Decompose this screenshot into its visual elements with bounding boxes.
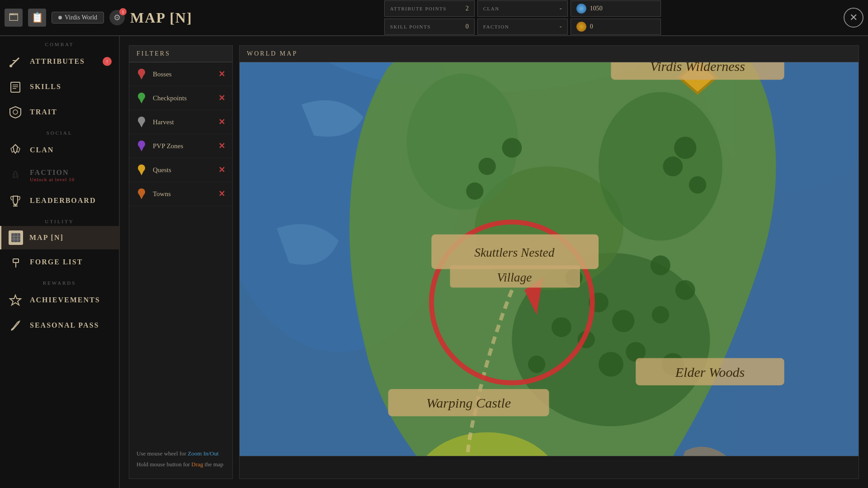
ghost-icon bbox=[7, 167, 24, 183]
svg-point-52 bbox=[552, 317, 571, 337]
filters-panel: FILTERS Bosses ✕ Chec bbox=[129, 45, 233, 479]
sidebar-item-skills[interactable]: SKILLS bbox=[0, 74, 119, 99]
instruction-drag: Hold mouse button for Drag the map bbox=[137, 459, 225, 469]
map-label: MAP [N] bbox=[29, 234, 64, 242]
filter-quests[interactable]: Quests ✕ bbox=[129, 158, 232, 182]
close-button[interactable]: ✕ bbox=[844, 8, 863, 28]
svg-point-55 bbox=[675, 280, 695, 300]
sidebar-item-leaderboard[interactable]: LEADERBOARD bbox=[0, 188, 119, 213]
pvp-remove[interactable]: ✕ bbox=[218, 141, 225, 151]
skill-points-value: 0 bbox=[466, 23, 469, 30]
rewards-section-label: REWARDS bbox=[0, 275, 119, 287]
quests-remove[interactable]: ✕ bbox=[218, 165, 225, 175]
filters-title: FILTERS bbox=[129, 46, 232, 62]
svg-point-60 bbox=[466, 183, 483, 200]
bosses-remove[interactable]: ✕ bbox=[218, 69, 225, 79]
sidebar-item-clan[interactable]: CLAN bbox=[0, 137, 119, 163]
document-icon[interactable]: 📋 bbox=[28, 9, 46, 27]
filter-bosses[interactable]: Bosses ✕ bbox=[129, 62, 232, 86]
svg-marker-33 bbox=[139, 171, 144, 175]
svg-point-50 bbox=[599, 352, 623, 377]
drag-highlight: Drag bbox=[191, 461, 203, 468]
map-sidebar-icon bbox=[9, 230, 23, 245]
checkpoints-pin bbox=[137, 92, 146, 104]
svg-point-30 bbox=[138, 141, 145, 148]
right-stats: 1050 0 bbox=[571, 0, 661, 35]
svg-point-8 bbox=[13, 174, 15, 175]
currency2-icon bbox=[576, 22, 586, 32]
harvest-remove[interactable]: ✕ bbox=[218, 117, 225, 127]
sidebar-item-map[interactable]: MAP [N] bbox=[0, 226, 119, 249]
filter-harvest[interactable]: Harvest ✕ bbox=[129, 110, 232, 134]
map-title: WORLD MAP bbox=[240, 46, 859, 62]
pvp-pin bbox=[137, 140, 146, 152]
harvest-label: Harvest bbox=[153, 118, 212, 126]
window-icon[interactable]: 🗔 bbox=[5, 9, 23, 27]
page-title: MAP [N] bbox=[130, 9, 193, 26]
clan-icon bbox=[7, 142, 24, 158]
svg-point-2 bbox=[9, 65, 12, 67]
map-panel: WORLD MAP bbox=[239, 45, 859, 479]
checkpoints-label: Checkpoints bbox=[153, 94, 212, 102]
quests-label: Quests bbox=[153, 166, 212, 174]
pvp-label: PVP Zones bbox=[153, 142, 212, 150]
svg-point-44 bbox=[599, 92, 722, 241]
top-bar: 🗔 📋 Virdis World ⚙ 1 MAP [N] ATTRIBUTE P… bbox=[0, 0, 868, 36]
svg-point-63 bbox=[674, 136, 696, 159]
svg-text:Elder Woods: Elder Woods bbox=[675, 365, 745, 380]
sidebar-item-achievements[interactable]: ACHIEVEMENTS bbox=[0, 287, 119, 313]
svg-marker-29 bbox=[139, 123, 144, 127]
hammer-icon bbox=[7, 254, 24, 270]
gear-button[interactable]: ⚙ 1 bbox=[109, 10, 125, 25]
top-bar-left: 🗔 📋 Virdis World ⚙ 1 MAP [N] bbox=[5, 9, 202, 27]
sidebar-item-faction[interactable]: FACTION Unlock at level 10 bbox=[0, 163, 119, 188]
svg-point-51 bbox=[652, 306, 669, 324]
filter-checkpoints[interactable]: Checkpoints ✕ bbox=[129, 86, 232, 110]
checkpoints-remove[interactable]: ✕ bbox=[218, 93, 225, 103]
filter-towns[interactable]: Towns ✕ bbox=[129, 182, 232, 206]
sidebar-item-seasonal[interactable]: SEASONAL PASS bbox=[0, 313, 119, 338]
sidebar-item-attributes[interactable]: ATTRIBUTES ! bbox=[0, 49, 119, 74]
svg-marker-25 bbox=[139, 75, 144, 80]
main-layout: COMBAT ATTRIBUTES ! SKIL bbox=[0, 36, 868, 488]
svg-point-54 bbox=[528, 356, 545, 373]
svg-point-32 bbox=[138, 164, 145, 172]
sidebar-item-trait[interactable]: TRAIT bbox=[0, 99, 119, 125]
book-icon bbox=[7, 79, 24, 95]
instruction-zoom: Use mouse wheel for Zoom In/Out bbox=[137, 448, 225, 459]
gear-badge: 1 bbox=[119, 8, 127, 15]
blade-icon bbox=[7, 317, 24, 333]
skills-label: SKILLS bbox=[30, 83, 61, 91]
top-stats-area: ATTRIBUTE POINTS 2 SKILL POINTS 0 CLAN -… bbox=[206, 0, 839, 35]
svg-marker-27 bbox=[139, 99, 144, 103]
shield-icon bbox=[7, 104, 24, 120]
currency1-row: 1050 bbox=[571, 0, 661, 17]
attributes-label: ATTRIBUTES bbox=[30, 57, 85, 66]
svg-line-0 bbox=[11, 58, 19, 66]
svg-point-58 bbox=[478, 158, 495, 175]
svg-marker-22 bbox=[10, 295, 21, 305]
svg-point-34 bbox=[138, 188, 145, 196]
utility-section-label: UTILITY bbox=[0, 213, 119, 226]
towns-remove[interactable]: ✕ bbox=[218, 189, 225, 199]
svg-text:Warping Castle: Warping Castle bbox=[426, 395, 511, 411]
svg-point-59 bbox=[502, 138, 522, 158]
social-section-label: SOCIAL bbox=[0, 125, 119, 137]
middle-stats: CLAN - FACTION - bbox=[477, 0, 568, 35]
svg-point-24 bbox=[138, 69, 145, 76]
attributes-notification: ! bbox=[103, 57, 112, 66]
faction-info: FACTION Unlock at level 10 bbox=[30, 169, 75, 182]
map-container[interactable]: Skuttlers Nested Village Virdis Wilderne… bbox=[240, 62, 859, 456]
svg-point-28 bbox=[138, 117, 145, 124]
currency2-row: 0 bbox=[571, 19, 661, 35]
svg-point-45 bbox=[407, 74, 518, 210]
faction-value: - bbox=[560, 23, 562, 30]
towns-pin bbox=[137, 188, 146, 200]
leaderboard-label: LEADERBOARD bbox=[30, 197, 96, 205]
faction-label: FACTION bbox=[483, 24, 556, 29]
world-tab[interactable]: Virdis World bbox=[52, 12, 104, 23]
filter-pvp[interactable]: PVP Zones ✕ bbox=[129, 134, 232, 158]
sidebar-item-forge[interactable]: FORGE LIST bbox=[0, 249, 119, 275]
filters-instructions: Use mouse wheel for Zoom In/Out Hold mou… bbox=[129, 439, 232, 479]
combat-section-label: COMBAT bbox=[0, 36, 119, 49]
